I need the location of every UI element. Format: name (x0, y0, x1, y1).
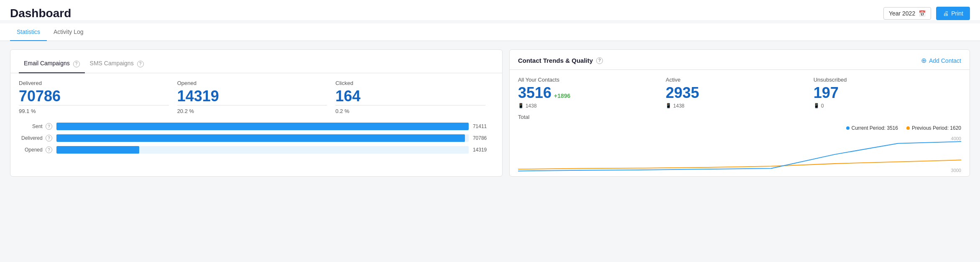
bar-help-icon[interactable]: ? (46, 123, 52, 130)
tab-sms-campaigns[interactable]: SMS Campaigns ? (85, 57, 149, 73)
opened-label: Opened (177, 80, 327, 86)
delivered-stat: Delivered 70786 99.1 % (19, 80, 177, 115)
bar-value: 71411 (473, 123, 494, 129)
clicked-value: 164 (335, 88, 485, 105)
chart-legend: Current Period: 3516 Previous Period: 16… (510, 123, 970, 134)
main-tabs: Statistics Activity Log (0, 23, 980, 41)
bar-label: Delivered ? (19, 135, 52, 141)
contact-trends-title: Contact Trends & Quality ? (518, 57, 603, 64)
active-contacts-value: 2935 (666, 85, 813, 101)
clicked-label: Clicked (335, 80, 485, 86)
unsubscribed-sub: 📱 0 (814, 103, 961, 109)
active-contacts-stat: Active 2935 📱 1438 (666, 77, 813, 109)
bar-label: Sent ? (19, 123, 52, 130)
campaign-tabs: Email Campaigns ? SMS Campaigns ? (10, 50, 502, 73)
trend-chart-svg (518, 136, 961, 173)
campaign-stats-row: Delivered 70786 99.1 % Opened 14319 20.2… (10, 73, 502, 118)
phone-icon-2: 📱 (666, 103, 671, 108)
bar-track (56, 146, 469, 154)
contact-stats-row: All Your Contacts 3516 +1896 📱 1438 Acti… (510, 70, 970, 112)
header-controls: Year 2022 📅 🖨 Print (883, 7, 970, 20)
add-contact-button[interactable]: ⊕ Add Contact (921, 57, 961, 64)
bar-value: 14319 (473, 147, 494, 153)
bar-track (56, 134, 469, 142)
opened-value: 14319 (177, 88, 327, 105)
unsubscribed-stat: Unsubscribed 197 📱 0 (814, 77, 961, 109)
email-campaigns-card: Email Campaigns ? SMS Campaigns ? Delive… (10, 49, 503, 177)
unsubscribed-value: 197 (814, 85, 961, 101)
page-header: Dashboard Year 2022 📅 🖨 Print (0, 0, 980, 20)
delivered-pct: 99.1 % (19, 105, 169, 114)
bar-value: 70786 (473, 135, 494, 141)
all-contacts-label: All Your Contacts (518, 77, 666, 83)
email-campaigns-help-icon[interactable]: ? (73, 61, 80, 67)
contact-trends-card: Contact Trends & Quality ? ⊕ Add Contact… (509, 49, 970, 177)
unsubscribed-label: Unsubscribed (814, 77, 961, 83)
bar-label: Opened ? (19, 146, 52, 153)
campaign-chart-bars: Sent ? 71411 Delivered ? 70786 Opened ? … (10, 118, 502, 164)
legend-current-dot (846, 126, 850, 130)
y-axis-top-label: 4000 (951, 136, 961, 141)
trend-chart: 4000 3000 (510, 134, 970, 176)
previous-period-line (518, 160, 961, 169)
all-contacts-stat: All Your Contacts 3516 +1896 📱 1438 (518, 77, 666, 109)
bar-fill (56, 134, 465, 142)
contact-total-row: Total (510, 112, 970, 123)
page-title: Dashboard (10, 7, 71, 20)
legend-previous: Previous Period: 1620 (906, 125, 961, 131)
bar-fill (56, 146, 139, 154)
print-label: Print (951, 10, 963, 17)
bar-fill (56, 123, 469, 130)
printer-icon: 🖨 (943, 10, 949, 17)
bar-row: Sent ? 71411 (19, 123, 494, 130)
active-contacts-sub: 📱 1438 (666, 103, 813, 109)
active-contacts-label: Active (666, 77, 813, 83)
year-selector[interactable]: Year 2022 📅 (883, 7, 931, 20)
bar-row: Opened ? 14319 (19, 146, 494, 154)
bar-help-icon[interactable]: ? (46, 135, 52, 141)
bar-track (56, 123, 469, 130)
tab-email-campaigns[interactable]: Email Campaigns ? (19, 57, 85, 73)
print-button[interactable]: 🖨 Print (936, 7, 970, 20)
contact-trends-help-icon[interactable]: ? (596, 57, 603, 64)
phone-icon-3: 📱 (814, 103, 819, 108)
all-contacts-value: 3516 +1896 (518, 85, 666, 101)
main-content: Email Campaigns ? SMS Campaigns ? Delive… (0, 41, 980, 185)
plus-circle-icon: ⊕ (921, 57, 926, 64)
calendar-icon: 📅 (919, 10, 926, 17)
clicked-pct: 0.2 % (335, 105, 485, 114)
contact-trends-header: Contact Trends & Quality ? ⊕ Add Contact (510, 50, 970, 70)
legend-previous-dot (906, 126, 910, 130)
tab-activity-log[interactable]: Activity Log (47, 23, 90, 41)
opened-pct: 20.2 % (177, 105, 327, 114)
all-contacts-sub: 📱 1438 (518, 103, 666, 109)
sms-campaigns-help-icon[interactable]: ? (137, 61, 144, 67)
contacts-delta: +1896 (554, 93, 570, 99)
opened-stat: Opened 14319 20.2 % (177, 80, 336, 115)
delivered-label: Delivered (19, 80, 169, 86)
year-selector-label: Year 2022 (889, 10, 915, 17)
bar-help-icon[interactable]: ? (46, 146, 52, 153)
clicked-stat: Clicked 164 0.2 % (335, 80, 494, 115)
legend-current: Current Period: 3516 (846, 125, 898, 131)
tab-statistics[interactable]: Statistics (10, 23, 47, 41)
y-axis-bottom-label: 3000 (951, 168, 961, 173)
phone-icon: 📱 (518, 103, 524, 108)
bar-row: Delivered ? 70786 (19, 134, 494, 142)
delivered-value: 70786 (19, 88, 169, 105)
